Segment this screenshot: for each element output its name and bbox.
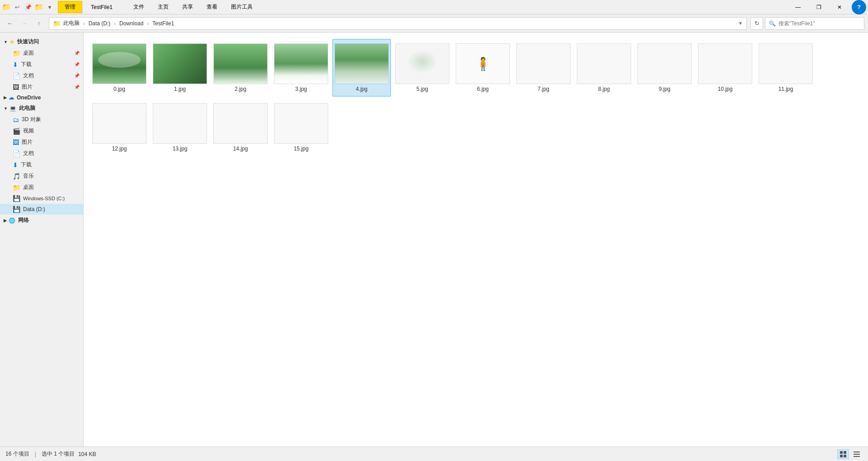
sidebar-item-video[interactable]: 🎬 视频 (0, 125, 83, 136)
help-button[interactable]: ? (852, 0, 866, 14)
download-icon: ⬇ (13, 61, 18, 68)
video-icon: 🎬 (13, 127, 20, 135)
sidebar-item-desktop-quick[interactable]: 📁 桌面 📌 (0, 47, 83, 59)
file-name-7: 7.jpg (538, 86, 549, 92)
file-thumb-14 (213, 103, 268, 144)
svg-rect-6 (854, 456, 860, 457)
breadcrumb-testfile1[interactable]: TestFile1 (152, 20, 174, 27)
file-name-11: 11.jpg (778, 86, 793, 92)
file-thumb-6: 🧍 (456, 43, 510, 84)
file-item-12[interactable]: 12.jpg (90, 99, 149, 156)
file-item-6[interactable]: 🧍 6.jpg (453, 39, 512, 97)
sidebar: ▼ ★ 快速访问 📁 桌面 📌 ⬇ 下载 📌 📄 文档 📌 🖼 图片 📌 ▶ ☁ (0, 33, 84, 447)
file-item-4[interactable]: 4.jpg (332, 39, 391, 97)
file-item-3[interactable]: 3.jpg (272, 39, 330, 97)
picture-icon-2: 🖼 (13, 139, 19, 146)
sidebar-item-pictures-pc[interactable]: 🖼 图片 (0, 136, 83, 148)
title-bar: 📁 ↩ 📌 📁 ▼ 管理 TestFile1 文件 主页 共享 查看 图片工具 … (0, 0, 868, 14)
close-button[interactable]: ✕ (829, 0, 850, 14)
sidebar-item-windows-ssd[interactable]: 💾 Windows-SSD (C:) (0, 193, 83, 204)
properties-icon[interactable]: ▼ (45, 3, 54, 12)
search-input[interactable] (778, 20, 860, 27)
file-item-7[interactable]: 7.jpg (514, 39, 573, 97)
tab-picture-tools[interactable]: 图片工具 (224, 1, 259, 13)
chevron-right-icon-2: ▶ (4, 218, 7, 223)
status-total: 16 个项目 (5, 450, 29, 458)
search-bar[interactable]: 🔍 (765, 17, 864, 30)
view-large-icons-button[interactable] (837, 449, 849, 459)
file-thumb-1 (153, 43, 207, 84)
breadcrumb-this-pc[interactable]: 此电脑 (63, 19, 80, 27)
svg-rect-2 (840, 455, 843, 457)
breadcrumb-download[interactable]: Download (119, 20, 143, 27)
tab-file[interactable]: 文件 (127, 1, 151, 13)
pin-icon[interactable]: 📌 (24, 3, 33, 12)
file-item-11[interactable]: 11.jpg (756, 39, 815, 97)
title-bar-icons: 📁 ↩ 📌 📁 ▼ (2, 3, 54, 12)
forward-button[interactable]: → (18, 17, 31, 30)
pin-icon-3: 📌 (74, 73, 80, 78)
sidebar-item-3d[interactable]: 🗂 3D 对象 (0, 114, 83, 125)
breadcrumb-data-d[interactable]: Data (D:) (89, 20, 111, 27)
navigation-bar: ← → ↑ 📁 此电脑 › Data (D:) › Download › Tes… (0, 14, 868, 33)
file-item-2[interactable]: 2.jpg (211, 39, 270, 97)
doc-icon: 📄 (13, 72, 20, 80)
tab-home[interactable]: 主页 (151, 1, 175, 13)
back-button[interactable]: ← (4, 17, 16, 30)
file-name-8: 8.jpg (598, 86, 610, 92)
sidebar-item-download-quick[interactable]: ⬇ 下载 📌 (0, 59, 83, 70)
file-item-15[interactable]: 15.jpg (272, 99, 330, 156)
sidebar-section-quick-access[interactable]: ▼ ★ 快速访问 (0, 36, 83, 47)
sidebar-item-download-pc[interactable]: ⬇ 下载 (0, 159, 83, 170)
tab-view[interactable]: 查看 (200, 1, 224, 13)
sidebar-section-network[interactable]: ▶ 🌐 网络 (0, 215, 83, 226)
file-item-8[interactable]: 8.jpg (575, 39, 633, 97)
sidebar-item-docs-quick[interactable]: 📄 文档 📌 (0, 70, 83, 81)
chevron-down-icon: ▼ (4, 40, 8, 44)
file-item-14[interactable]: 14.jpg (211, 99, 270, 156)
maximize-button[interactable]: ❐ (808, 0, 829, 14)
sidebar-item-desktop-pc[interactable]: 📁 桌面 (0, 182, 83, 193)
svg-rect-3 (844, 455, 846, 457)
file-thumb-11 (759, 43, 813, 84)
file-name-13: 13.jpg (173, 146, 188, 152)
sidebar-item-data-d[interactable]: 💾 Data (D:) (0, 204, 83, 215)
refresh-button[interactable]: ↻ (750, 17, 763, 30)
sidebar-item-pictures-quick[interactable]: 🖼 图片 📌 (0, 81, 83, 93)
drive-d-icon: 💾 (13, 206, 20, 213)
svg-rect-5 (854, 454, 860, 455)
address-dropdown-icon[interactable]: ▼ (738, 21, 743, 26)
picture-icon: 🖼 (13, 84, 19, 91)
folder-blue-icon: 📁 (13, 50, 20, 57)
file-thumb-5 (395, 43, 449, 84)
address-folder-icon: 📁 (53, 20, 61, 27)
file-name-2: 2.jpg (235, 86, 246, 92)
up-button[interactable]: ↑ (33, 17, 45, 30)
chevron-down-icon-2: ▼ (4, 106, 8, 111)
file-item-10[interactable]: 10.jpg (696, 39, 755, 97)
window-controls: — ❐ ✕ ? (788, 0, 866, 14)
undo-icon[interactable]: ↩ (13, 3, 22, 12)
view-details-button[interactable] (851, 449, 863, 459)
sidebar-item-docs-pc[interactable]: 📄 文档 (0, 148, 83, 159)
sidebar-item-music[interactable]: 🎵 音乐 (0, 170, 83, 182)
sidebar-section-onedrive[interactable]: ▶ ☁ OneDrive (0, 93, 83, 103)
file-item-5[interactable]: 5.jpg (393, 39, 452, 97)
file-item-9[interactable]: 9.jpg (635, 39, 694, 97)
file-item-1[interactable]: 1.jpg (151, 39, 209, 97)
network-icon: 🌐 (9, 217, 15, 224)
file-item-0[interactable]: 0.jpg (90, 39, 149, 97)
address-bar[interactable]: 📁 此电脑 › Data (D:) › Download › TestFile1… (49, 17, 747, 30)
sidebar-section-this-pc[interactable]: ▼ 💻 此电脑 (0, 103, 83, 114)
tab-share[interactable]: 共享 (175, 1, 200, 13)
svg-rect-1 (844, 451, 846, 454)
file-name-12: 12.jpg (112, 146, 127, 152)
minimize-button[interactable]: — (788, 0, 808, 14)
tab-manage[interactable]: 管理 (58, 1, 82, 13)
quick-access-icon: 📁 (2, 3, 11, 12)
file-name-5: 5.jpg (416, 86, 428, 92)
new-folder-icon[interactable]: 📁 (34, 3, 43, 12)
chevron-right-icon: ▶ (4, 95, 7, 100)
file-thumb-9 (637, 43, 692, 84)
file-item-13[interactable]: 13.jpg (151, 99, 209, 156)
